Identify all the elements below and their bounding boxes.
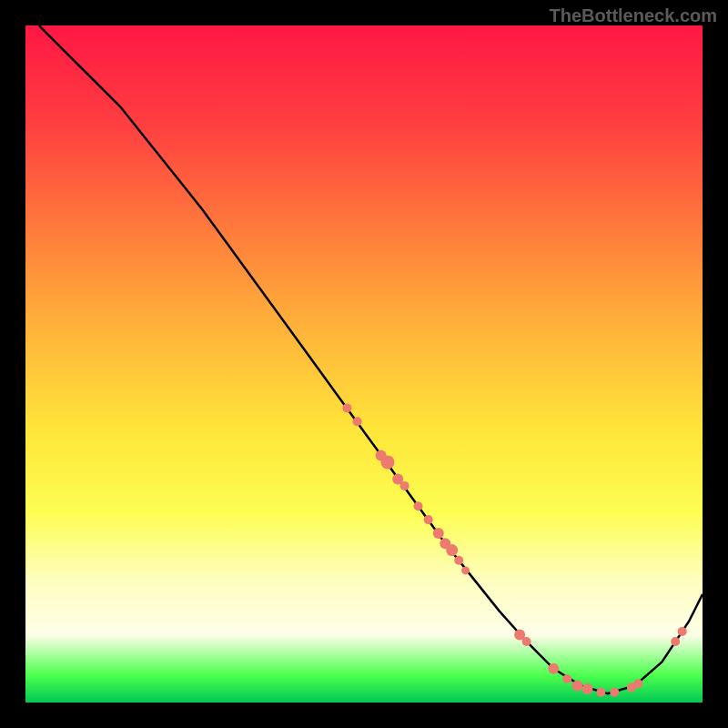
data-point <box>342 403 351 412</box>
data-point <box>562 674 571 683</box>
data-point <box>424 515 433 524</box>
data-point <box>582 683 593 694</box>
data-point <box>522 637 531 646</box>
data-point <box>414 501 423 511</box>
data-point <box>633 679 642 688</box>
data-point <box>678 627 687 636</box>
data-point <box>571 680 582 691</box>
data-point <box>381 455 395 469</box>
data-point <box>400 481 410 490</box>
chart-background <box>25 25 703 703</box>
data-point <box>454 556 463 565</box>
data-point <box>446 544 458 556</box>
data-point <box>433 528 444 539</box>
data-point <box>671 637 680 646</box>
data-point <box>353 417 362 426</box>
watermark-text: TheBottleneck.com <box>550 5 717 26</box>
data-point <box>548 663 559 674</box>
plot-area <box>25 25 703 703</box>
chart-svg <box>25 25 703 703</box>
data-point <box>610 688 619 697</box>
data-point <box>461 566 470 574</box>
data-point <box>596 688 605 697</box>
